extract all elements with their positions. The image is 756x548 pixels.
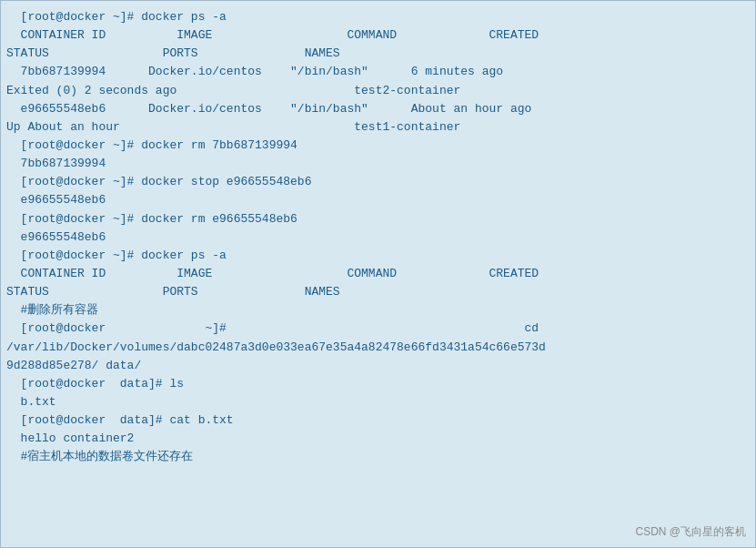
terminal-output: [root@docker ~]# docker ps -a CONTAINER … [6,8,750,467]
terminal-window: [root@docker ~]# docker ps -a CONTAINER … [0,0,756,548]
watermark: CSDN @飞向星的客机 [635,524,746,540]
